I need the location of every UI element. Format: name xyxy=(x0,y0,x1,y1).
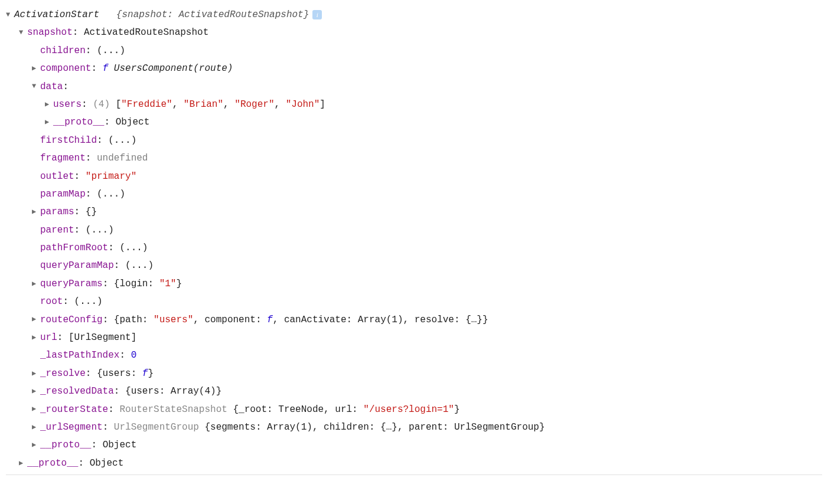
expand-toggle-icon[interactable] xyxy=(19,457,27,470)
prop-value: ActivatedRouteSnapshot xyxy=(84,27,208,38)
prop-key: firstChild xyxy=(40,135,97,146)
prop-pathfromroot[interactable]: pathFromRoot: (...) xyxy=(6,239,822,257)
array-item: "Brian" xyxy=(184,99,223,110)
console-object-tree: ActivationStart {snapshot: ActivatedRout… xyxy=(6,6,822,475)
expand-toggle-icon[interactable] xyxy=(19,26,27,40)
prop-parammap[interactable]: paramMap: (...) xyxy=(6,185,822,203)
prop-key: params xyxy=(40,207,74,217)
prop-key: component xyxy=(40,63,91,74)
array-item: "Freddie" xyxy=(121,99,172,110)
prop-value: Object xyxy=(116,117,150,127)
prop-value: Object xyxy=(90,458,124,469)
prop-resolveddata[interactable]: _resolvedData: {users: Array(4)} xyxy=(6,382,822,400)
prop-users[interactable]: users: (4) ["Freddie", "Brian", "Roger",… xyxy=(6,96,822,113)
prop-root[interactable]: root: (...) xyxy=(6,293,822,310)
expand-toggle-icon[interactable] xyxy=(32,331,40,345)
expand-toggle-icon[interactable] xyxy=(45,116,53,129)
expand-toggle-icon[interactable] xyxy=(32,277,40,291)
prop-data[interactable]: data: xyxy=(6,78,822,96)
prop-queryparammap[interactable]: queryParamMap: (...) xyxy=(6,257,822,274)
prop-value: UsersComponent(route) xyxy=(114,63,233,74)
prop-value: "1" xyxy=(159,279,177,289)
prop-value: (...) xyxy=(74,296,103,307)
prop-value: (...) xyxy=(125,260,154,271)
prop-key: queryParams xyxy=(40,279,103,289)
prop-value: (...) xyxy=(119,243,148,253)
prop-value: (...) xyxy=(97,45,125,56)
prop-key: snapshot xyxy=(27,27,73,38)
prop-key: users xyxy=(53,99,82,110)
root-row[interactable]: ActivationStart {snapshot: ActivatedRout… xyxy=(6,6,822,24)
prop-proto[interactable]: __proto__: Object xyxy=(6,113,822,131)
prop-routeconfig[interactable]: routeConfig: {path: "users", component: … xyxy=(6,311,822,329)
prop-value: [UrlSegment] xyxy=(69,332,136,343)
prop-key: outlet xyxy=(40,171,74,182)
prop-proto[interactable]: __proto__: Object xyxy=(6,436,822,454)
expand-toggle-icon[interactable] xyxy=(32,62,40,76)
prop-key: _urlSegment xyxy=(40,422,103,433)
prop-params[interactable]: params: {} xyxy=(6,203,822,221)
prop-key: data xyxy=(40,81,63,92)
prop-urlsegment[interactable]: _urlSegment: UrlSegmentGroup {segments: … xyxy=(6,418,822,436)
prop-url[interactable]: url: [UrlSegment] xyxy=(6,329,822,346)
prop-parent[interactable]: parent: (...) xyxy=(6,221,822,239)
prop-fragment[interactable]: fragment: undefined xyxy=(6,149,822,167)
function-icon: f xyxy=(267,315,273,325)
prop-key: parent xyxy=(40,225,74,235)
function-icon: f xyxy=(142,368,148,379)
expand-toggle-icon[interactable] xyxy=(6,8,14,22)
prop-key: paramMap xyxy=(40,189,86,199)
expand-toggle-icon[interactable] xyxy=(32,313,40,326)
obj-suffix: } xyxy=(176,279,182,289)
prop-value: (...) xyxy=(108,135,136,146)
prop-value: (...) xyxy=(97,189,125,199)
function-icon: f xyxy=(103,63,114,74)
expand-toggle-icon[interactable] xyxy=(32,367,40,381)
prop-lastpathindex[interactable]: _lastPathIndex: 0 xyxy=(6,346,822,364)
prop-children[interactable]: children: (...) xyxy=(6,42,822,60)
expand-toggle-icon[interactable] xyxy=(45,98,53,112)
expand-toggle-icon[interactable] xyxy=(32,80,40,93)
prop-key: queryParamMap xyxy=(40,260,114,271)
prop-queryparams[interactable]: queryParams: {login: "1"} xyxy=(6,275,822,293)
expand-toggle-icon[interactable] xyxy=(32,205,40,219)
prop-key: _resolve xyxy=(40,368,86,379)
prop-key: children xyxy=(40,45,86,56)
prop-routerstate[interactable]: _routerState: RouterStateSnapshot {_root… xyxy=(6,401,822,418)
prop-key: __proto__ xyxy=(40,440,91,450)
prop-key: routeConfig xyxy=(40,315,103,325)
expand-toggle-icon[interactable] xyxy=(32,421,40,434)
prop-value: Object xyxy=(103,440,137,450)
array-count: (4) xyxy=(93,99,110,110)
obj-prefix: {login: xyxy=(114,279,159,289)
prop-key: _lastPathIndex xyxy=(40,350,119,361)
prop-key: _resolvedData xyxy=(40,386,114,397)
prop-key: fragment xyxy=(40,153,86,163)
expand-toggle-icon[interactable] xyxy=(32,438,40,452)
prop-firstchild[interactable]: firstChild: (...) xyxy=(6,132,822,149)
prop-component[interactable]: component: f UsersComponent(route) xyxy=(6,60,822,77)
prop-resolve[interactable]: _resolve: {users: f} xyxy=(6,365,822,382)
prop-proto[interactable]: __proto__: Object xyxy=(6,454,822,472)
prop-value: {users: Array(4)} xyxy=(125,386,221,397)
class-name: ActivationStart xyxy=(14,9,99,20)
prop-value: undefined xyxy=(97,153,148,163)
prop-key: _routerState xyxy=(40,404,108,415)
expand-toggle-icon[interactable] xyxy=(32,385,40,398)
prop-value: "primary" xyxy=(86,171,136,182)
prop-key: root xyxy=(40,296,63,307)
prop-key: __proto__ xyxy=(27,458,78,469)
prop-outlet[interactable]: outlet: "primary" xyxy=(6,168,822,185)
array-item: "Roger" xyxy=(234,99,274,110)
array-item: "John" xyxy=(286,99,320,110)
prop-value: (...) xyxy=(86,225,114,235)
prop-key: __proto__ xyxy=(53,117,104,127)
object-summary: {snapshot: ActivatedRouteSnapshot} xyxy=(116,9,309,20)
prop-key: pathFromRoot xyxy=(40,243,108,253)
prop-key: url xyxy=(40,332,57,343)
prop-value: {} xyxy=(86,207,97,217)
prop-value: 0 xyxy=(131,350,137,361)
info-icon[interactable]: i xyxy=(312,10,322,19)
expand-toggle-icon[interactable] xyxy=(32,402,40,416)
prop-snapshot[interactable]: snapshot: ActivatedRouteSnapshot xyxy=(6,24,822,41)
